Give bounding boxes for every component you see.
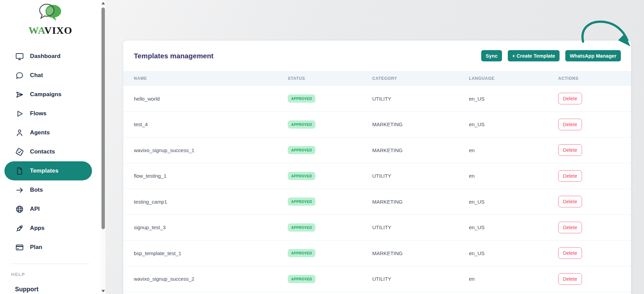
category-cell: UTILITY [372,96,469,102]
template-name-cell: testing_camp1 [134,199,288,205]
table-row: wavixo_signup_success_1 APPROVED MARKETI… [123,137,631,163]
main-content: Templates management Sync + Create Templ… [106,0,644,294]
status-cell: APPROVED [288,172,372,180]
templates-card: Templates management Sync + Create Templ… [123,41,631,294]
sidebar-item-templates[interactable]: Templates [4,161,92,180]
help-section-label: HELP [11,272,25,277]
sidebar-item-label: Apps [30,225,45,232]
sidebar-item-label: Templates [30,167,59,174]
triangle-up-icon [101,2,105,4]
sidebar-item-contacts[interactable]: Contacts [0,142,101,161]
sidebar-item-apps[interactable]: Apps [0,219,101,238]
template-name-cell: flow_testing_1 [134,173,288,179]
sidebar: WAVIXO Dashboard Chat Campaigns [0,0,101,294]
sidebar-item-dashboard[interactable]: Dashboard [0,47,101,66]
column-header-status: STATUS [288,76,372,81]
sidebar-item-api[interactable]: API [0,200,101,219]
table-row: signup_test_3 APPROVED UTILITY en_US Del… [123,215,631,241]
language-cell: en [469,276,558,282]
status-cell: APPROVED [288,146,372,154]
language-cell: en [469,173,558,179]
delete-button[interactable]: Delete [558,119,582,130]
sidebar-item-plan[interactable]: Plan [0,238,101,257]
delete-button[interactable]: Delete [558,247,582,259]
column-header-category: CATEGORY [372,76,469,81]
status-badge: APPROVED [288,249,315,257]
template-name-cell: wavixo_signup_success_1 [134,147,288,153]
category-cell: MARKETING [372,147,469,153]
sidebar-item-agents[interactable]: Agents [0,123,101,142]
sync-button[interactable]: Sync [481,50,502,61]
scrollbar-thumb[interactable] [101,8,105,229]
language-cell: en_US [469,224,558,230]
delete-button[interactable]: Delete [558,93,582,104]
status-badge: APPROVED [288,120,315,129]
templates-table: NAME STATUS CATEGORY LANGUAGE ACTIONS he… [123,71,631,292]
delete-button[interactable]: Delete [558,196,582,207]
sidebar-item-label: Agents [30,129,50,136]
paper-plane-icon [15,90,24,99]
sidebar-item-bots[interactable]: Bots [0,180,101,200]
status-badge: APPROVED [288,197,315,206]
brand-logo-icon [36,3,65,25]
actions-cell: Delete [558,222,631,233]
actions-cell: Delete [558,196,631,207]
status-cell: APPROVED [288,223,372,232]
scrollbar-up-arrow[interactable] [101,1,106,5]
delete-button[interactable]: Delete [558,144,582,156]
sidebar-item-label: API [30,206,40,212]
delete-button[interactable]: Delete [558,170,582,182]
actions-cell: Delete [558,93,631,104]
language-cell: en_US [469,96,558,102]
delete-button[interactable]: Delete [558,273,582,285]
page-scrollbar[interactable] [101,0,106,294]
language-cell: en_US [469,250,558,256]
sidebar-nav: Dashboard Chat Campaigns Flows [0,47,101,257]
sidebar-item-label: Chat [30,72,43,79]
table-row: flow_testing_1 APPROVED UTILITY en Delet… [123,163,631,189]
status-cell: APPROVED [288,94,372,103]
status-cell: APPROVED [288,249,372,257]
sidebar-item-campaigns[interactable]: Campaigns [0,85,101,104]
template-name-cell: bsp_template_test_1 [134,250,288,256]
template-name-cell: hello_world [134,96,288,102]
status-badge: APPROVED [288,275,315,283]
triangle-down-icon [101,290,105,292]
table-row: hello_world APPROVED UTILITY en_US Delet… [123,86,631,112]
monitor-icon [15,52,24,61]
table-header-row: NAME STATUS CATEGORY LANGUAGE ACTIONS [123,71,631,86]
badge-check-icon [15,147,24,157]
table-row: bsp_template_test_1 APPROVED MARKETING e… [123,240,631,266]
sidebar-item-label: Campaigns [30,91,62,98]
globe-icon [15,205,24,214]
language-cell: en [469,147,558,153]
actions-cell: Delete [558,170,631,182]
status-badge: APPROVED [288,223,315,232]
whatsapp-manager-button[interactable]: WhatsApp Manager [565,50,621,61]
brand-name-green: WA [29,25,44,36]
language-cell: en_US [469,199,558,205]
create-template-button[interactable]: + Create Template [508,50,560,61]
template-name-cell: test_4 [134,121,288,127]
sidebar-item-label: Bots [30,187,43,193]
column-header-language: LANGUAGE [469,76,558,81]
sidebar-item-label: Dashboard [30,53,61,60]
actions-cell: Delete [558,247,631,259]
sidebar-item-label: Plan [30,244,42,251]
sidebar-item-support[interactable]: Support [15,286,38,293]
table-row: wavixo_signup_success_2 APPROVED UTILITY… [123,266,631,292]
header-actions: Sync + Create Template WhatsApp Manager [481,50,621,61]
sidebar-item-chat[interactable]: Chat [0,66,101,85]
arrow-right-icon [15,186,24,195]
status-badge: APPROVED [288,94,315,103]
actions-cell: Delete [558,119,631,130]
category-cell: UTILITY [372,224,469,230]
category-cell: UTILITY [372,276,469,282]
brand-name-dark: VIXO [44,25,72,36]
sidebar-item-flows[interactable]: Flows [0,104,101,123]
scrollbar-down-arrow[interactable] [101,289,106,293]
brand-logo: WAVIXO [0,3,101,35]
status-cell: APPROVED [288,197,372,206]
delete-button[interactable]: Delete [558,222,582,233]
credit-card-icon [15,243,24,252]
